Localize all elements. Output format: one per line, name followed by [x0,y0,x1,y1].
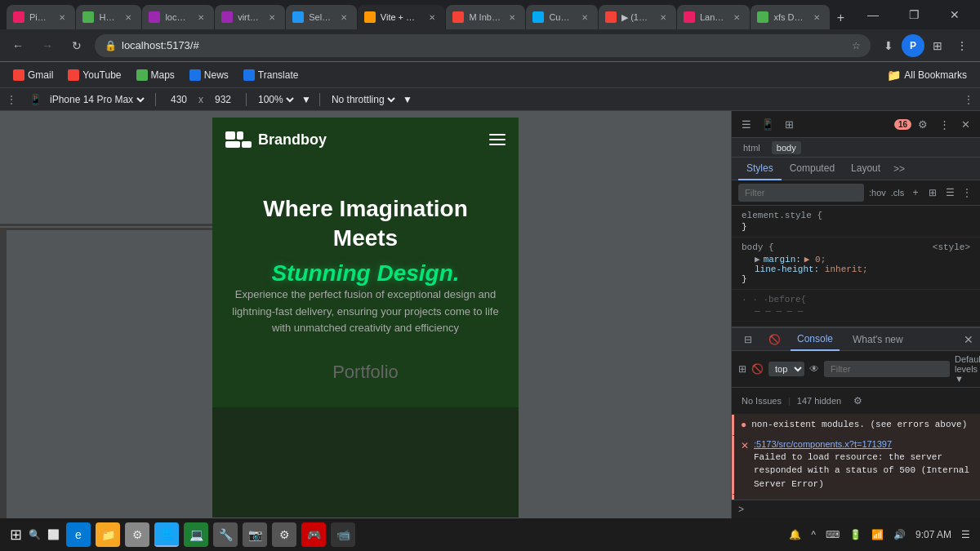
emu-options-icon[interactable]: ⋮ [964,94,973,105]
style-source-link[interactable]: <style> [933,242,970,254]
tab-pinterest[interactable]: Pinte... ✕ [7,5,75,29]
width-input[interactable] [164,94,194,105]
issues-settings-btn[interactable]: ⚙ [848,391,867,411]
profile-button[interactable]: P [902,34,924,57]
devtools-toggle-btn[interactable]: ☰ [737,114,756,134]
windows-start-button[interactable]: ⊞ [10,526,22,544]
minimize-button[interactable]: — [854,2,892,28]
tab-select[interactable]: Selec... ✕ [286,5,357,29]
taskbar-search[interactable]: 🔍 [29,529,41,540]
taskbar-folder-icon[interactable]: 📁 [96,522,120,547]
chrome-menu-button[interactable]: ⋮ [951,34,973,57]
close-button[interactable]: ✕ [936,2,973,28]
taskbar-vlc-icon[interactable]: 🎮 [301,522,326,547]
toggle-sidebar-btn[interactable]: ☰ [944,184,956,201]
taskbar-chrome-icon[interactable]: 🌐 [154,522,179,547]
console-stop-btn[interactable]: 🚫 [751,362,764,376]
tab-close-btn[interactable]: ✕ [730,11,743,24]
tab-strip: Pinte... ✕ Heig! ✕ localh... ✕ virtua...… [7,0,851,29]
task-view-button[interactable]: ⬜ [47,529,60,540]
context-dropdown[interactable]: top [768,362,804,376]
tab-close-btn[interactable]: ✕ [657,11,670,24]
tab-more[interactable]: >> [889,163,910,175]
zoom-dropdown[interactable]: 100% [255,93,296,106]
taskbar-camera-icon[interactable]: 📷 [243,522,267,547]
tab-custom[interactable]: Custo... ✕ [526,5,598,29]
new-tab-button[interactable]: + [831,7,851,29]
bookmark-news[interactable]: News [183,66,235,84]
console-close-btn[interactable]: ✕ [964,333,973,346]
console-clear-btn[interactable]: 🚫 [764,330,784,349]
device-dropdown[interactable]: iPhone 14 Pro Max [47,93,147,106]
tab-heig[interactable]: Heig! ✕ [76,5,141,29]
all-bookmarks-button[interactable]: 📁 All Bookmarks [880,65,973,85]
tab-localhost[interactable]: localh... ✕ [142,5,214,29]
new-style-rule-btn[interactable]: ⊞ [926,184,938,201]
tab-close-btn[interactable]: ✕ [506,11,519,24]
taskbar-video-icon[interactable]: 📹 [331,522,355,547]
console-filter-input[interactable] [824,361,950,377]
element-tab-html[interactable]: html [738,141,765,154]
tab-vite[interactable]: Vite + React ✕ [358,5,446,29]
tab-youtube[interactable]: ▶ (111)... ✕ [599,5,676,29]
tab-close-btn[interactable]: ✕ [194,11,207,24]
tab-landing[interactable]: Landb... ✕ [677,5,750,29]
console-eye-btn[interactable]: 👁 [809,362,819,376]
devtools-more-btn[interactable]: ⋮ [934,114,954,134]
tab-inbox[interactable]: M Inbox... ✕ [446,5,525,29]
devtools-inspect-btn[interactable]: 📱 [758,114,777,134]
tab-downloads[interactable]: xfs Dow... ✕ [751,5,829,29]
bookmark-youtube[interactable]: YouTube [61,66,127,84]
console-context-btn[interactable]: ⊞ [738,362,746,376]
cls-pseudo[interactable]: .cls [891,188,905,198]
console-sidebar-btn[interactable]: ⊟ [738,330,758,349]
tab-close-btn[interactable]: ✕ [56,11,69,24]
tab-close-btn[interactable]: ✕ [122,11,135,24]
devtools-settings-btn[interactable]: ⚙ [913,114,933,134]
url-bar[interactable]: 🔒 localhost:5173/# ☆ [95,34,871,57]
tab-styles[interactable]: Styles [738,158,782,180]
extensions-button[interactable]: ⊞ [926,34,949,57]
maximize-button[interactable]: ❐ [895,2,933,28]
tab-close-btn[interactable]: ✕ [425,11,439,24]
tab-close-btn[interactable]: ✕ [578,11,591,24]
expand-icon[interactable]: ▶ [755,254,760,264]
bookmark-maps[interactable]: Maps [130,66,181,84]
add-style-btn[interactable]: + [909,184,921,201]
hamburger-menu[interactable] [489,134,506,145]
bookmark-gmail[interactable]: Gmail [7,66,60,84]
taskbar-vscode-icon[interactable]: 💻 [184,522,208,547]
reload-button[interactable]: ↻ [65,34,88,57]
devtools-close-btn[interactable]: ✕ [956,114,975,134]
more-options-btn[interactable]: ⋮ [961,184,973,201]
tab-virtual[interactable]: virtua... ✕ [215,5,285,29]
download-button[interactable]: ⬇ [877,34,900,57]
element-tab-body[interactable]: body [772,141,801,154]
taskbar-terminal-icon[interactable]: 🔧 [213,522,238,547]
devtools-source-btn[interactable]: ⊞ [779,114,799,134]
tab-computed[interactable]: Computed [782,158,843,180]
bookmark-star-icon[interactable]: ☆ [852,40,861,51]
height-input[interactable] [208,94,238,105]
tab-close-btn[interactable]: ✕ [810,11,823,24]
hov-pseudo[interactable]: :hov [869,188,886,198]
console-levels-dropdown[interactable]: Default levels ▼ [955,354,980,384]
taskbar-misc-icon[interactable]: ⚙ [272,522,296,547]
taskbar-edge-icon[interactable]: e [66,522,91,547]
throttling-dropdown[interactable]: No throttling [328,93,398,106]
notifications-btn[interactable]: ☰ [961,529,970,540]
tab-close-btn[interactable]: ✕ [337,11,350,24]
tab-close-btn[interactable]: ✕ [265,11,278,24]
error-link[interactable]: :5173/src/components.x?t=171397 [754,439,892,449]
console-tab[interactable]: Console [791,328,840,351]
taskbar-settings-icon[interactable]: ⚙ [125,522,149,547]
forward-button[interactable]: → [36,34,59,57]
styles-filter-input[interactable] [738,184,864,202]
tab-layout[interactable]: Layout [843,158,889,180]
secure-icon: 🔒 [105,40,117,51]
back-button[interactable]: ← [7,34,29,57]
console-input-field[interactable] [749,504,973,515]
whats-new-tab[interactable]: What's new [846,328,910,351]
taskbar-up-arrow[interactable]: ^ [811,529,816,540]
bookmark-translate[interactable]: Translate [237,66,305,84]
